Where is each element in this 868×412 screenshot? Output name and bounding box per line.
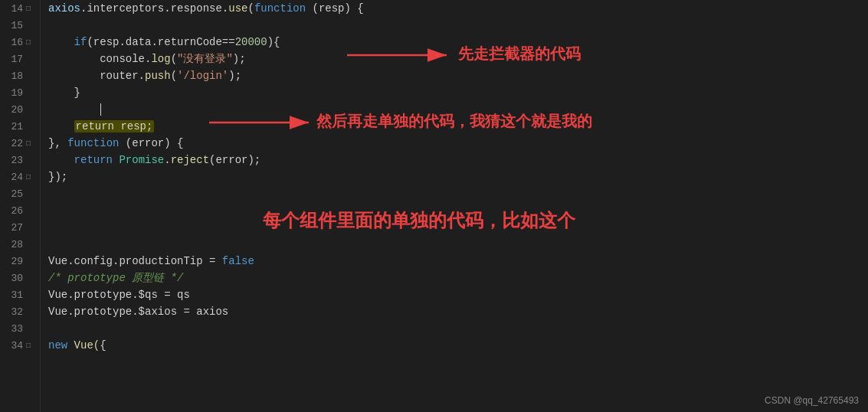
fold-icon: □ (26, 139, 34, 148)
code-line (48, 236, 860, 253)
line-number-row: 26 (6, 202, 34, 219)
code-token: '/login' (177, 70, 228, 82)
line-numbers: 14□1516□171819202122□2324□25262728293031… (0, 0, 41, 412)
code-token: ( (171, 53, 177, 65)
code-token: if (74, 36, 87, 48)
code-token: function (254, 2, 306, 15)
code-token: Promise (119, 154, 164, 166)
line-num: 24 (6, 172, 23, 183)
code-token: qs (177, 289, 190, 301)
code-line: Vue.prototype.$qs = qs (48, 286, 860, 303)
line-number-row: 33 (6, 320, 34, 337)
code-token: use (228, 2, 247, 15)
highlighted-code: return resp; (74, 120, 155, 132)
line-number-row: 20 (6, 101, 34, 118)
code-line: /* prototype 原型链 */ (48, 270, 860, 286)
code-token: axios (196, 306, 228, 318)
code-line (48, 101, 860, 118)
line-number-row: 19 (6, 84, 34, 101)
line-number-row: 27 (6, 219, 34, 236)
code-token: . (164, 154, 170, 166)
code-token: log (151, 53, 170, 65)
line-number-row: 24□ (6, 168, 34, 185)
fold-icon: □ (26, 342, 34, 350)
code-token: ( (171, 70, 177, 82)
line-num: 18 (6, 70, 23, 82)
line-number-row: 29 (6, 253, 34, 270)
code-line (48, 202, 860, 219)
line-num: 29 (6, 256, 23, 267)
code-token: = (158, 289, 177, 301)
code-token: Vue.config.productionTip (48, 255, 203, 267)
code-token: function (67, 137, 119, 149)
code-line: console.log("没有登录"); (48, 51, 860, 67)
code-token: (resp) { (306, 2, 364, 15)
line-number-row: 23 (6, 152, 34, 168)
code-line: if(resp.data.returnCode==20000){ (48, 34, 860, 51)
line-number-row: 16□ (6, 34, 34, 51)
code-token: } (48, 87, 80, 99)
code-token: console. (48, 53, 151, 65)
line-number-row: 21 (6, 118, 34, 135)
code-token: push (145, 70, 171, 82)
code-line (48, 185, 860, 202)
code-token: new (48, 339, 74, 352)
line-number-row: 28 (6, 236, 34, 253)
code-line: }); (48, 168, 860, 185)
code-token: = (203, 255, 222, 267)
code-token: return (74, 154, 120, 166)
code-line: } (48, 84, 860, 101)
code-token: Vue( (74, 339, 100, 352)
code-line: Vue.prototype.$axios = axios (48, 303, 860, 320)
code-token (48, 154, 74, 166)
line-num: 31 (6, 289, 23, 301)
line-num: 23 (6, 155, 23, 166)
code-line: axios.interceptors.response.use(function… (48, 0, 860, 17)
code-line: }, function (error) { (48, 135, 860, 152)
code-line (48, 17, 860, 34)
code-token: }, (48, 137, 67, 149)
line-num: 14 (6, 3, 23, 15)
code-token: reject (171, 154, 209, 166)
code-editor: 14□1516□171819202122□2324□25262728293031… (0, 0, 868, 412)
line-number-row: 22□ (6, 135, 34, 152)
code-line: return Promise.reject(error); (48, 152, 860, 168)
code-token: false (222, 255, 254, 267)
code-token: = (177, 306, 196, 318)
line-number-row: 15 (6, 17, 34, 34)
line-num: 15 (6, 20, 23, 31)
line-number-row: 30 (6, 270, 34, 286)
line-num: 33 (6, 323, 23, 335)
code-token: ( (247, 2, 254, 15)
code-token: ); (228, 70, 241, 82)
line-number-row: 32 (6, 303, 34, 320)
line-num: 27 (6, 222, 23, 234)
line-number-row: 14□ (6, 0, 34, 17)
line-num: 25 (6, 188, 23, 200)
code-token (48, 36, 74, 48)
code-token: axios (48, 2, 80, 15)
line-num: 19 (6, 87, 23, 99)
code-token: ); (233, 53, 246, 65)
code-line (48, 320, 860, 337)
code-token: .interceptors.response. (80, 2, 228, 15)
code-token: /* prototype 原型链 */ (48, 271, 183, 285)
code-line: return resp; (48, 118, 860, 135)
fold-icon: □ (26, 38, 34, 47)
line-number-row: 31 (6, 286, 34, 303)
code-token: (error); (209, 154, 260, 166)
line-number-row: 18 (6, 67, 34, 84)
code-line: new Vue({ (48, 337, 860, 354)
code-token: Vue.prototype.$qs (48, 289, 158, 301)
code-token: }); (48, 171, 67, 183)
line-num: 21 (6, 121, 23, 132)
fold-icon: □ (26, 173, 34, 181)
code-token: "没有登录" (177, 52, 233, 66)
line-num: 16 (6, 37, 23, 48)
line-number-row: 34□ (6, 337, 34, 354)
code-token: router. (48, 70, 145, 82)
watermark: CSDN @qq_42765493 (765, 395, 859, 406)
line-num: 30 (6, 273, 23, 284)
code-content: axios.interceptors.response.use(function… (41, 0, 868, 412)
code-token: 20000 (235, 36, 267, 48)
